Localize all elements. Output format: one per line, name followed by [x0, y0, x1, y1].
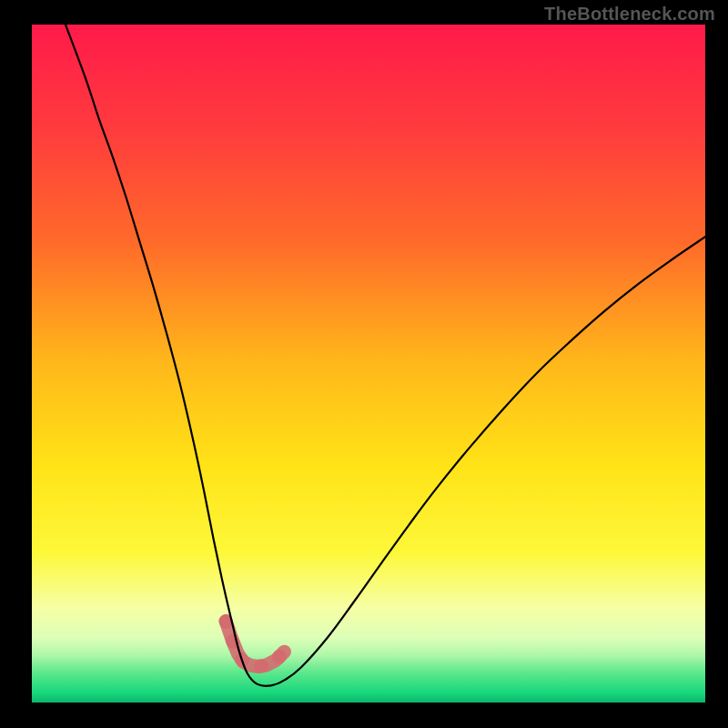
- plot-background: [32, 25, 705, 703]
- chart-frame: TheBottleneck.com: [0, 0, 728, 728]
- chart-canvas: [0, 0, 728, 728]
